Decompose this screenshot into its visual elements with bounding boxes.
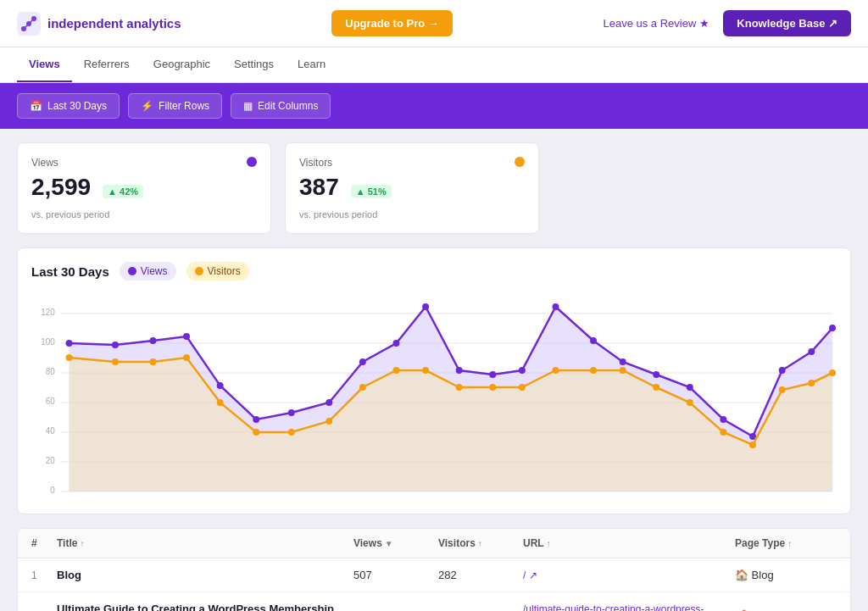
row-2-url[interactable]: /ultimate-guide-to-creating-a-wordpress-… <box>523 603 735 611</box>
svg-point-49 <box>253 429 259 436</box>
views-sort-icon: ▼ <box>385 539 393 548</box>
legend-views-dot <box>128 267 136 275</box>
visitors-dot <box>515 157 525 167</box>
legend-visitors-label: Visitors <box>208 265 241 277</box>
visitors-label: Visitors <box>299 157 525 169</box>
header-right: Leave us a Review ★ Knowledge Base ↗ <box>604 10 851 36</box>
svg-text:0: 0 <box>50 486 55 495</box>
svg-point-59 <box>590 367 597 374</box>
svg-point-56 <box>489 384 496 391</box>
svg-point-23 <box>183 333 190 340</box>
svg-point-38 <box>687 384 693 391</box>
chart-svg: 0 20 40 60 80 100 120 <box>31 294 837 497</box>
svg-point-42 <box>808 348 815 355</box>
svg-point-29 <box>393 340 400 347</box>
chart-container: Last 30 Days Views Visitors 0 20 40 60 8… <box>17 247 851 514</box>
svg-point-39 <box>720 416 726 423</box>
th-views[interactable]: Views ▼ <box>353 537 438 549</box>
filter-label: Filter Rows <box>159 100 209 112</box>
row-1-views: 507 <box>353 569 438 581</box>
th-title-label: Title <box>57 537 77 549</box>
edit-columns-button[interactable]: ▦ Edit Columns <box>231 93 331 119</box>
svg-point-21 <box>112 342 119 348</box>
visitors-period: vs. previous period <box>299 209 525 219</box>
nav-item-views[interactable]: Views <box>17 47 72 82</box>
svg-text:20: 20 <box>46 456 55 465</box>
th-title[interactable]: Title ↑ <box>57 537 353 549</box>
th-url-label: URL <box>523 537 544 549</box>
svg-point-57 <box>519 384 526 391</box>
svg-text:80: 80 <box>46 367 55 376</box>
legend-views[interactable]: Views <box>120 262 176 281</box>
th-num-label: # <box>31 537 37 549</box>
legend-views-label: Views <box>141 265 168 277</box>
svg-point-47 <box>183 354 190 361</box>
date-range-button[interactable]: 📅 Last 30 Days <box>17 93 120 119</box>
svg-point-34 <box>553 303 559 310</box>
views-change: ▲ 42% <box>103 185 143 198</box>
row-1-url[interactable]: / ↗ <box>523 569 735 581</box>
data-table: # Title ↑ Views ▼ Visitors ↑ URL ↑ Page … <box>17 528 851 611</box>
visitors-change: ▲ 51% <box>351 185 392 198</box>
knowledge-base-button[interactable]: Knowledge Base ↗ <box>723 10 851 36</box>
views-label: Views <box>31 157 257 169</box>
th-visitors-label: Visitors <box>438 537 476 549</box>
nav-item-settings[interactable]: Settings <box>222 47 286 82</box>
legend-visitors[interactable]: Visitors <box>186 262 249 281</box>
svg-point-60 <box>620 367 626 374</box>
svg-point-50 <box>288 429 295 436</box>
svg-point-48 <box>217 399 224 406</box>
views-card: Views 2,599 ▲ 42% vs. previous period <box>17 142 271 234</box>
url-sort-icon: ↑ <box>547 539 551 548</box>
nav-item-referrers[interactable]: Referrers <box>72 47 142 82</box>
svg-point-22 <box>150 337 157 344</box>
visitors-sort-icon: ↑ <box>478 539 482 548</box>
svg-point-26 <box>288 409 295 416</box>
th-visitors[interactable]: Visitors ↑ <box>438 537 523 549</box>
table-row: 1 Blog 507 282 / ↗ 🏠 Blog <box>18 558 850 592</box>
header: independent analytics Upgrade to Pro → L… <box>0 0 868 47</box>
views-value-row: 2,599 ▲ 42% <box>31 174 257 204</box>
filter-rows-button[interactable]: ⚡ Filter Rows <box>128 93 222 119</box>
edit-columns-label: Edit Columns <box>258 100 318 112</box>
svg-point-41 <box>779 367 786 374</box>
nav-item-learn[interactable]: Learn <box>286 47 337 82</box>
svg-point-46 <box>150 358 157 365</box>
upgrade-button[interactable]: Upgrade to Pro → <box>331 10 453 36</box>
svg-point-43 <box>829 325 836 331</box>
svg-point-20 <box>66 340 73 347</box>
th-page-type[interactable]: Page Type ↑ <box>735 537 837 549</box>
svg-point-65 <box>779 386 786 393</box>
row-1-num: 1 <box>31 569 57 581</box>
columns-icon: ▦ <box>243 100 253 112</box>
svg-point-64 <box>749 442 756 448</box>
row-1-visitors: 282 <box>438 569 523 581</box>
svg-point-58 <box>553 367 559 374</box>
svg-point-28 <box>359 358 366 365</box>
svg-point-45 <box>112 358 119 365</box>
review-label: Leave us a Review <box>604 17 697 30</box>
svg-point-25 <box>253 416 259 423</box>
chart-header: Last 30 Days Views Visitors <box>31 262 837 281</box>
svg-text:40: 40 <box>46 426 55 436</box>
svg-point-66 <box>808 380 815 386</box>
review-link[interactable]: Leave us a Review ★ <box>604 17 710 30</box>
th-url[interactable]: URL ↑ <box>523 537 735 549</box>
svg-point-44 <box>66 354 73 361</box>
svg-point-31 <box>456 367 463 374</box>
row-1-page-type: 🏠 Blog <box>735 569 837 581</box>
table-row: 2 Ultimate Guide to Creating a WordPress… <box>18 592 850 611</box>
visitors-value: 387 <box>299 174 339 201</box>
svg-text:120: 120 <box>41 308 55 317</box>
svg-text:60: 60 <box>46 397 55 406</box>
nav-item-geographic[interactable]: Geographic <box>142 47 222 82</box>
svg-point-55 <box>456 384 463 391</box>
svg-point-36 <box>620 358 626 365</box>
star-icon: ★ <box>699 17 709 30</box>
svg-point-32 <box>489 371 496 378</box>
svg-point-67 <box>829 369 836 376</box>
svg-point-27 <box>326 399 332 406</box>
visitors-card: Visitors 387 ▲ 51% vs. previous period <box>285 142 539 234</box>
th-page-type-label: Page Type <box>735 537 785 549</box>
row-1-title: Blog <box>57 569 353 581</box>
